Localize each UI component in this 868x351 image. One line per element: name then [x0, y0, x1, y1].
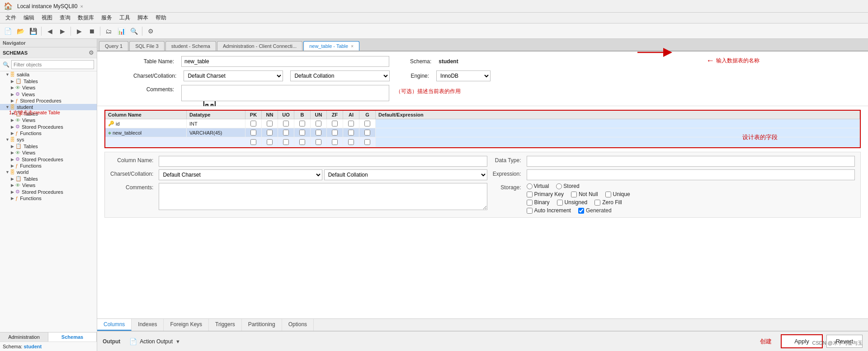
toolbar-inspect-btn[interactable]: 🔍 [128, 25, 140, 37]
binary-checkbox[interactable] [527, 200, 533, 206]
checkbox-un-1[interactable] [316, 121, 321, 126]
toolbar-new-btn[interactable]: 📄 [2, 25, 14, 37]
col-cell-un-2[interactable] [311, 128, 327, 137]
tab-close-new-table[interactable]: × [351, 44, 354, 49]
checkbox-g-empty[interactable] [364, 139, 370, 145]
zerofill-checkbox[interactable] [594, 200, 600, 206]
tab-student-schema[interactable]: student - Schema [165, 41, 216, 51]
toolbar-settings-btn[interactable]: ⚙ [145, 25, 156, 37]
toolbar-table-btn[interactable]: 📊 [115, 25, 127, 37]
detail-data-type-input[interactable] [527, 156, 855, 167]
pk-checkbox-label[interactable]: Primary Key [527, 191, 564, 197]
checkbox-ai-1[interactable] [348, 121, 354, 126]
unique-checkbox[interactable] [605, 192, 611, 197]
tree-item-sakila-tables[interactable]: ▶ 📋 Tables [0, 78, 97, 84]
bottom-tab-triggers[interactable]: Triggers [209, 319, 242, 331]
unsigned-checkbox[interactable] [557, 200, 563, 206]
storage-virtual-label[interactable]: Virtual [527, 183, 549, 189]
generated-checkbox[interactable] [578, 208, 584, 214]
checkbox-un-empty[interactable] [316, 139, 321, 145]
tree-item-world-procs[interactable]: ▶ ⚙ Stored Procedures [0, 188, 97, 195]
nav-tab-administration[interactable]: Administration [0, 332, 48, 342]
col-cell-pk-1[interactable] [245, 119, 262, 128]
checkbox-g-1[interactable] [364, 121, 370, 126]
checkbox-nn-2[interactable] [267, 130, 273, 136]
checkbox-uo-1[interactable] [283, 121, 289, 126]
filter-input[interactable] [11, 60, 94, 69]
tree-item-student-funcs[interactable]: ▶ ƒ Functions [0, 130, 97, 136]
storage-stored-label[interactable]: Stored [556, 183, 579, 189]
checkbox-nn-empty[interactable] [267, 139, 273, 145]
schemas-settings-icon[interactable]: ⚙ [89, 49, 94, 56]
checkbox-b-empty[interactable] [299, 139, 305, 145]
col-cell-nn-1[interactable] [262, 119, 278, 128]
menu-item-file[interactable]: 文件 [2, 14, 20, 22]
tree-item-sakila-views[interactable]: ▶ 👁 Views [0, 84, 97, 91]
pk-checkbox[interactable] [527, 192, 533, 197]
checkbox-zf-1[interactable] [332, 121, 338, 126]
checkbox-uo-empty[interactable] [283, 139, 289, 145]
apply-button[interactable]: Apply [781, 334, 823, 348]
bottom-tab-indexes[interactable]: Indexes [132, 319, 164, 331]
tree-item-sys[interactable]: ▼ 🗄 sys [0, 136, 97, 143]
col-cell-b-2[interactable] [294, 128, 311, 137]
nn-checkbox-label[interactable]: Not Null [571, 191, 598, 197]
bottom-tab-foreignkeys[interactable]: Foreign Keys [164, 319, 209, 331]
checkbox-g-2[interactable] [364, 130, 370, 136]
menu-item-database[interactable]: 数据库 [74, 14, 98, 22]
zerofill-checkbox-label[interactable]: Zero Fill [594, 199, 622, 206]
col-cell-ai-1[interactable] [343, 119, 359, 128]
col-cell-uo-1[interactable] [278, 119, 294, 128]
home-icon[interactable]: 🏠 [4, 2, 13, 10]
bottom-tab-partitioning[interactable]: Partitioning [242, 319, 282, 331]
col-cell-g-2[interactable] [359, 128, 376, 137]
autoinc-checkbox[interactable] [527, 208, 533, 214]
tree-item-world-funcs[interactable]: ▶ ƒ Functions [0, 195, 97, 201]
storage-stored-radio[interactable] [556, 183, 562, 189]
unsigned-checkbox-label[interactable]: Unsigned [557, 199, 588, 206]
tab-query1[interactable]: Query 1 [99, 41, 128, 51]
tree-item-world[interactable]: ▼ 🗄 world [0, 169, 97, 175]
bottom-tab-options[interactable]: Options [282, 319, 314, 331]
checkbox-zf-empty[interactable] [332, 139, 338, 145]
menu-item-script[interactable]: 脚本 [134, 14, 152, 22]
nav-tab-schemas[interactable]: Schemas [48, 332, 97, 342]
collation-select[interactable]: Default Collation [290, 70, 390, 81]
checkbox-nn-1[interactable] [267, 121, 273, 126]
menu-item-help[interactable]: 帮助 [152, 14, 170, 22]
menu-item-view[interactable]: 视图 [38, 14, 56, 22]
toolbar-back-btn[interactable]: ◀ [44, 25, 56, 37]
toolbar-forward-btn[interactable]: ▶ [57, 25, 68, 37]
bottom-tab-columns[interactable]: Columns [97, 319, 132, 331]
tree-item-sakila-procs[interactable]: ▶ ⚙ Views [0, 91, 97, 98]
tree-item-sys-views[interactable]: ▶ 👁 Views [0, 150, 97, 156]
detail-expression-input[interactable] [527, 169, 855, 180]
col-cell-pk-2[interactable] [245, 128, 262, 137]
checkbox-b-1[interactable] [299, 121, 305, 126]
col-cell-g-1[interactable] [359, 119, 376, 128]
tab-sqlfile3[interactable]: SQL File 3 [129, 41, 165, 51]
col-cell-zf-2[interactable] [327, 128, 343, 137]
checkbox-b-2[interactable] [299, 130, 305, 136]
detail-comments-textarea[interactable] [159, 183, 487, 210]
col-cell-nn-2[interactable] [262, 128, 278, 137]
detail-collation-select[interactable]: Default Collation [324, 169, 487, 180]
toolbar-save-btn[interactable]: 💾 [27, 25, 39, 37]
table-row[interactable]: ◆ new_tablecol VARCHAR(45) [105, 128, 860, 137]
table-row[interactable]: 🔑 id INT [105, 119, 860, 128]
generated-checkbox-label[interactable]: Generated [578, 207, 612, 214]
col-cell-uo-2[interactable] [278, 128, 294, 137]
unique-checkbox-label[interactable]: Unique [605, 191, 630, 197]
checkbox-pk-empty[interactable] [250, 139, 256, 145]
col-cell-un-1[interactable] [311, 119, 327, 128]
revert-button[interactable]: Revert [826, 335, 863, 348]
binary-checkbox-label[interactable]: Binary [527, 199, 550, 206]
nn-checkbox[interactable] [571, 192, 577, 197]
storage-virtual-radio[interactable] [527, 183, 533, 189]
tree-item-sys-tables[interactable]: ▶ 📋 Tables [0, 143, 97, 150]
tree-item-student-views[interactable]: ▶ 👁 Views [0, 117, 97, 123]
checkbox-un-2[interactable] [316, 130, 321, 136]
col-cell-ai-2[interactable] [343, 128, 359, 137]
checkbox-zf-2[interactable] [332, 130, 338, 136]
detail-charset-select[interactable]: Default Charset [159, 169, 322, 180]
